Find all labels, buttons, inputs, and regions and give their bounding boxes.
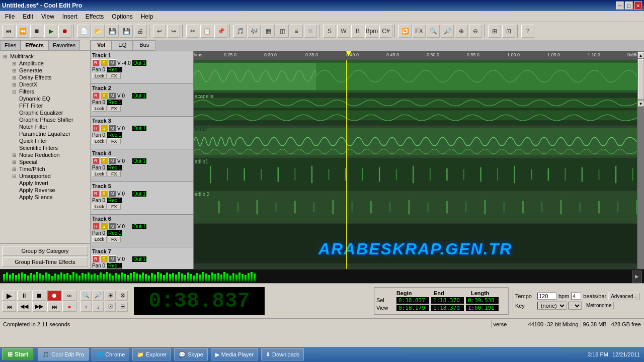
track-1-fx[interactable]: FX: [108, 73, 121, 79]
toolbar-zoom1[interactable]: 🔍: [427, 25, 440, 38]
track-4-mute[interactable]: M: [109, 157, 117, 164]
tree-generate[interactable]: ⊞ Generate: [1, 67, 89, 74]
playhead-marker[interactable]: [346, 51, 351, 56]
toolbar-loop[interactable]: 🔁: [398, 25, 412, 38]
v-scroll-thumb[interactable]: [638, 59, 644, 100]
beats-input[interactable]: [571, 293, 581, 300]
track-3-solo[interactable]: S: [101, 125, 108, 132]
zoom-out-v[interactable]: ↓: [93, 302, 104, 312]
tab-effects[interactable]: Effects: [21, 40, 48, 50]
waveform-track-7[interactable]: [194, 264, 637, 269]
v-scrollbar[interactable]: ▲ ▼: [637, 51, 644, 269]
track-2-mute[interactable]: M: [109, 92, 117, 99]
transport-skip-start-button[interactable]: ⏮: [2, 302, 16, 312]
tree-filters[interactable]: ⊟ Filters: [1, 88, 89, 95]
toolbar-btn5[interactable]: ≡: [290, 25, 303, 38]
track-7-solo[interactable]: S: [101, 255, 108, 262]
toolbar-record[interactable]: ⏺: [58, 25, 71, 38]
waveform-track-4[interactable]: adlib1: [194, 158, 637, 191]
toolbar-btn4[interactable]: ◫: [276, 25, 289, 38]
zoom-sel-h[interactable]: ⊠: [117, 291, 128, 301]
key-scale-select[interactable]: [569, 302, 582, 310]
toolbar-zoom2[interactable]: 🔎: [441, 25, 454, 38]
tree-directx[interactable]: ⊞ DirectX: [1, 81, 89, 88]
track-1-lock[interactable]: Lock: [92, 73, 107, 79]
track-6-lock[interactable]: Lock: [92, 236, 107, 242]
tree-timepitch[interactable]: ⊞ Time/Pitch: [1, 165, 89, 172]
eq-settings-button[interactable]: ▶: [632, 270, 642, 283]
timeline-area[interactable]: hms 0:25.0 0:30.0 0:35.0 0:40.0 0:45.0 0…: [194, 51, 637, 269]
tree-quick-filter[interactable]: Quick Filter: [1, 137, 89, 144]
track-3-fx[interactable]: FX: [108, 138, 121, 144]
waveform-track-3[interactable]: verse: [194, 126, 637, 158]
tree-apply-reverse[interactable]: Apply Reverse: [1, 187, 89, 194]
track-5-record[interactable]: R: [92, 190, 100, 197]
tree-special[interactable]: ⊞ Special: [1, 158, 89, 165]
toolbar-zoom4[interactable]: ⊖: [469, 25, 482, 38]
toolbar-btn10[interactable]: C#: [379, 25, 392, 38]
menu-help[interactable]: Help: [137, 12, 157, 21]
toolbar-cut[interactable]: ✂: [186, 25, 199, 38]
scroll-up-button[interactable]: ▲: [638, 52, 644, 58]
menu-edit[interactable]: Edit: [19, 12, 37, 21]
tab-bus[interactable]: Bus: [133, 40, 155, 51]
metronome-button[interactable]: Metronome: [584, 302, 614, 309]
waveform-track-2[interactable]: acapella: [194, 93, 637, 126]
toolbar-btn9[interactable]: B: [351, 25, 364, 38]
track-1-solo[interactable]: S: [101, 59, 108, 66]
transport-pause-button[interactable]: ⏸: [17, 291, 31, 301]
track-4-lock[interactable]: Lock: [92, 171, 107, 177]
tree-fft-filter[interactable]: FFT Filter: [1, 102, 89, 109]
transport-record2-button[interactable]: ●: [62, 302, 76, 312]
tree-graphic-eq[interactable]: Graphic Equalizer: [1, 109, 89, 116]
tree-notch[interactable]: Notch Filter: [1, 123, 89, 130]
tree-unsupported[interactable]: ⊟ Unsupported: [1, 172, 89, 179]
tab-files[interactable]: Files: [0, 40, 21, 50]
waveform-track-6[interactable]: ARABESKRAP.GEN.TR: [194, 224, 637, 264]
start-button[interactable]: ⊞ Start: [2, 348, 34, 360]
track-7-record[interactable]: R: [92, 255, 100, 262]
menu-file[interactable]: File: [1, 12, 19, 21]
track-5-fx[interactable]: FX: [108, 204, 121, 210]
maximize-button[interactable]: □: [625, 2, 633, 10]
group-by-category-button[interactable]: Group By Category: [2, 246, 88, 256]
transport-play-button[interactable]: ▶: [2, 291, 16, 301]
track-4-solo[interactable]: S: [101, 157, 108, 164]
track-6-fx[interactable]: FX: [108, 236, 121, 242]
waveform-track-5[interactable]: adlib 2: [194, 191, 637, 224]
group-realtime-button[interactable]: Group Real-Time Effects: [2, 257, 88, 267]
tree-scientific[interactable]: Scientific Filters: [1, 144, 89, 151]
tree-noise[interactable]: ⊞ Noise Reduction: [1, 151, 89, 158]
tree-delay[interactable]: ⊞ Delay Effects: [1, 74, 89, 81]
taskbar-mediaplayer[interactable]: ▶ Media Player: [211, 348, 258, 360]
transport-prev-button[interactable]: ◀◀: [17, 302, 31, 312]
taskbar-cooledit[interactable]: 🎵 Cool Edit Pro: [38, 348, 89, 360]
toolbar-print[interactable]: 🖨: [134, 25, 147, 38]
tree-multitrack[interactable]: ⊞ Multitrack: [1, 53, 89, 60]
toolbar-redo[interactable]: ↪: [167, 25, 180, 38]
menu-insert[interactable]: Insert: [58, 12, 82, 21]
toolbar-zoom3[interactable]: ⊕: [455, 25, 468, 38]
toolbar-btn7[interactable]: S: [323, 25, 336, 38]
transport-loop-button[interactable]: ∞: [62, 291, 76, 301]
toolbar-open[interactable]: 📂: [92, 25, 105, 38]
track-4-record[interactable]: R: [92, 157, 100, 164]
tree-parametric-eq[interactable]: Parametric Equalizer: [1, 130, 89, 137]
track-5-lock[interactable]: Lock: [92, 204, 107, 210]
close-button[interactable]: ✕: [634, 2, 642, 10]
toolbar-snap[interactable]: ⊡: [502, 25, 515, 38]
zoom-full-v[interactable]: ⊡: [105, 302, 116, 312]
track-2-fx[interactable]: FX: [108, 106, 121, 112]
taskbar-explorer[interactable]: 📁 Explorer: [132, 348, 171, 360]
zoom-sel-v[interactable]: ⊟: [117, 302, 128, 312]
track-3-lock[interactable]: Lock: [92, 138, 107, 144]
minimize-button[interactable]: ─: [616, 2, 624, 10]
toolbar-btn2[interactable]: 🎶: [248, 25, 261, 38]
track-5-mute[interactable]: M: [109, 190, 117, 197]
tree-dynamic-eq[interactable]: Dynamic EQ: [1, 95, 89, 102]
toolbar-btn8[interactable]: W: [337, 25, 350, 38]
track-7-mute[interactable]: M: [109, 255, 117, 262]
menu-view[interactable]: View: [37, 12, 58, 21]
toolbar-grid[interactable]: ⊞: [488, 25, 501, 38]
toolbar-paste[interactable]: 📌: [214, 25, 227, 38]
